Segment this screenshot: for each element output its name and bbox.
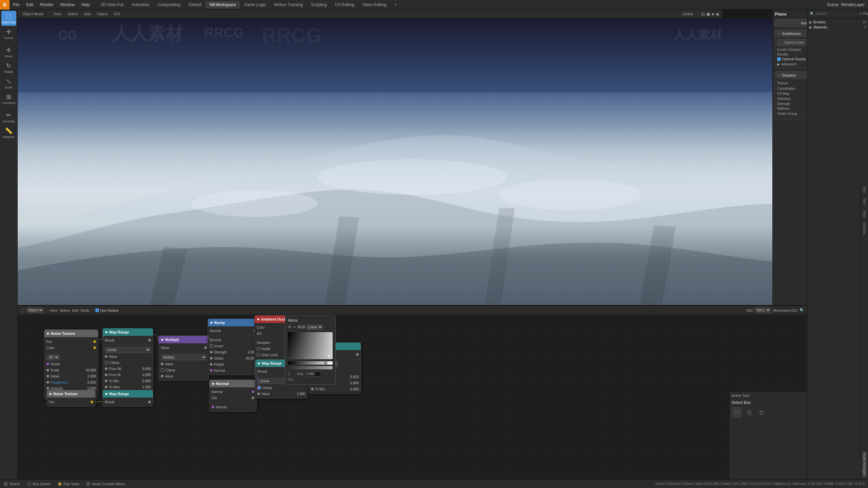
viewport-3d[interactable]: GG 人人素材 RRCG RRCG 人人素材: [18, 18, 807, 314]
menu-help[interactable]: Help: [78, 1, 93, 8]
cp-alpha-bar[interactable]: [288, 366, 333, 369]
tool-rotate[interactable]: ↻ Rotate: [1, 60, 16, 75]
mr1-value-socket[interactable]: [105, 355, 107, 358]
workspace-add[interactable]: +: [390, 1, 401, 8]
node-wrangler-tab[interactable]: Node Wrangler: [862, 451, 867, 478]
bump-dist-socket[interactable]: [210, 357, 213, 360]
vp-gis-btn[interactable]: GIS: [112, 11, 122, 17]
node-normal[interactable]: ▶ Normal Normal Dot Normal: [209, 380, 257, 412]
mr3-clamp-cb[interactable]: [257, 386, 261, 389]
ao-inside-cb[interactable]: [257, 347, 260, 350]
workspace-videoediting[interactable]: Video Editing: [358, 1, 391, 8]
mrb-result-socket[interactable]: [148, 401, 151, 403]
mr1-tomin-socket[interactable]: [105, 380, 107, 382]
ne-tab-view[interactable]: View: [862, 208, 867, 220]
noise-detail-value[interactable]: 2.000: [87, 374, 96, 378]
ne-browse-material[interactable]: 🔍: [800, 308, 804, 312]
mr1-linear-select[interactable]: Linear: [105, 347, 151, 353]
mr1-clamp-cb[interactable]: [105, 361, 108, 364]
workspace-3dview[interactable]: 3D View Full: [97, 1, 127, 8]
ne-tab-options[interactable]: Options: [862, 221, 867, 236]
tool-move[interactable]: ✢ Move: [1, 45, 16, 60]
tool-select-box[interactable]: ⬚ Select Box: [1, 11, 16, 26]
vp-object-btn[interactable]: Object: [95, 11, 110, 17]
ne-mode-icon[interactable]: ⬚: [20, 308, 24, 313]
workspace-gamelogic[interactable]: Game Logic: [240, 1, 270, 8]
cp-cursor[interactable]: [327, 354, 330, 357]
bump-normal2-socket[interactable]: [210, 369, 213, 372]
outliner-search[interactable]: [815, 12, 859, 16]
mult-val1-socket[interactable]: [161, 363, 163, 365]
mr1-frommi-socket[interactable]: [105, 367, 107, 370]
mult-value-out-socket[interactable]: [204, 346, 207, 349]
ne-add-btn[interactable]: Add: [72, 308, 79, 312]
workspace-motiontrack[interactable]: Motion Tracking: [270, 1, 307, 8]
workspace-compositing[interactable]: Compositing: [154, 1, 184, 8]
vp-select-btn[interactable]: Select: [65, 11, 80, 17]
mr4-tomin-val[interactable]: 0.000: [350, 387, 359, 391]
workspace-uvediting[interactable]: UV Editing: [331, 1, 358, 8]
ne-tab-tool[interactable]: Tool: [862, 196, 867, 206]
menu-file[interactable]: File: [9, 1, 23, 8]
mr3-value-val[interactable]: 1.000: [297, 392, 305, 396]
mr1-frommi-value[interactable]: 0.540: [142, 367, 151, 371]
outliner-purge-btn[interactable]: Purge: [863, 12, 868, 16]
tool-cursor[interactable]: ✛ Cursor: [1, 26, 16, 41]
normal-out-socket[interactable]: [252, 390, 254, 393]
noise2-fac-socket[interactable]: [91, 401, 93, 403]
mr4-result-socket[interactable]: [356, 353, 359, 356]
node-canvas[interactable]: ▶ Noise Texture Fac Color 3D: [18, 315, 807, 488]
noise-distortion-socket[interactable]: [46, 387, 49, 390]
optimal-display-checkbox[interactable]: [777, 57, 781, 61]
cp-pos-input[interactable]: [304, 371, 321, 377]
menu-edit[interactable]: Edit: [23, 1, 37, 8]
workspace-animation[interactable]: Animation: [127, 1, 154, 8]
ao-onlylocal-cb[interactable]: [257, 353, 260, 357]
node-multiply[interactable]: ▶ Multiply Value Multiply Value: [158, 336, 209, 381]
noise-roughness-socket[interactable]: [46, 381, 49, 384]
tool-icon-3[interactable]: ▢: [756, 407, 767, 418]
bump-strength-socket[interactable]: [210, 351, 213, 353]
bump-invert-cb[interactable]: [210, 344, 213, 348]
noise-fac-socket[interactable]: [93, 340, 96, 343]
mult-clamp-cb[interactable]: [161, 368, 164, 372]
materials-row[interactable]: ▶ Materials 2: [809, 25, 866, 29]
normal-dot-socket[interactable]: [252, 396, 254, 399]
node-map-range-1[interactable]: ▶ Map Range Result Linear Value: [102, 328, 153, 392]
cp-gradient[interactable]: [288, 332, 333, 359]
mr3-value-socket[interactable]: [257, 392, 260, 395]
noise-3d-select[interactable]: 3D: [46, 354, 60, 360]
ne-select-btn[interactable]: Select: [60, 308, 70, 312]
ne-view-btn[interactable]: View: [50, 308, 58, 312]
noise-roughness-value[interactable]: 0.500: [87, 381, 96, 384]
ne-node-btn[interactable]: Node: [81, 308, 90, 312]
cp-minus-btn[interactable]: −: [293, 324, 297, 331]
workspace-scripting[interactable]: Scripting: [307, 1, 331, 8]
tool-annotate[interactable]: ✏ Annotate: [1, 110, 16, 125]
mr1-tomin-value[interactable]: 0.000: [142, 379, 151, 383]
mr4-fromm-val[interactable]: 0.960: [350, 381, 359, 385]
tool-icon-1[interactable]: ⬚: [731, 407, 742, 418]
cp-interpolation-select[interactable]: Linear: [306, 325, 323, 330]
ne-tab-item[interactable]: Item: [862, 184, 867, 195]
ne-mode-select[interactable]: Object: [26, 308, 44, 313]
mr1-result-socket[interactable]: [148, 339, 151, 342]
node-bump[interactable]: ▶ Bump Normal Normal Invert Stren: [208, 319, 258, 375]
vp-add-btn[interactable]: Add: [82, 11, 93, 17]
vp-mode-btn[interactable]: Object Mode: [20, 11, 45, 17]
cp-bar-handle[interactable]: [324, 361, 327, 365]
mult-val2-socket[interactable]: [161, 375, 163, 378]
noise-vector-socket[interactable]: [46, 363, 49, 365]
ne-slot-select[interactable]: Slot 1: [755, 308, 771, 313]
noise-scale-socket[interactable]: [46, 369, 49, 371]
mr1-tomax-socket[interactable]: [105, 386, 107, 388]
outliner-filter-icon[interactable]: ≡: [860, 12, 862, 16]
node-map-range-bottom[interactable]: ▶ Map Range Result: [102, 390, 153, 407]
menu-window[interactable]: Window: [57, 1, 78, 8]
bump-height-socket[interactable]: [210, 363, 213, 366]
catmull-clark-btn[interactable]: Catmull-Clark: [777, 39, 811, 46]
cp-plus-btn[interactable]: +: [288, 324, 292, 331]
node-noise-texture[interactable]: ▶ Noise Texture Fac Color 3D: [44, 329, 98, 399]
mr1-fromm-value[interactable]: 0.900: [142, 373, 151, 377]
tool-measure[interactable]: 📏 Measure: [1, 125, 16, 140]
